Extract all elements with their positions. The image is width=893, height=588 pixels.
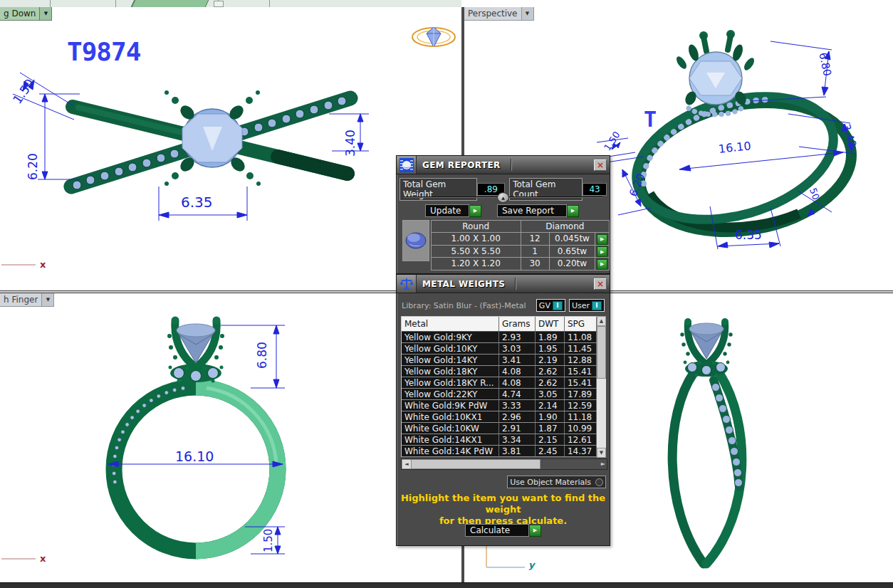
gem-row-go-button[interactable]: [597, 246, 607, 257]
ring-front-view-render: [0, 293, 461, 582]
calculate-button[interactable]: Calculate: [465, 524, 529, 537]
viewport-through-finger[interactable]: h Finger: [0, 293, 461, 582]
gv-button[interactable]: GV I: [536, 299, 565, 312]
update-button[interactable]: Update: [425, 204, 469, 217]
gem-buttons-row: Update Save Report: [425, 204, 603, 217]
title-bar-groove: [515, 278, 516, 290]
gem-size: 5.50 X 5.50: [431, 245, 521, 258]
calculate-row: Calculate: [397, 524, 610, 537]
title-bar-groove: [511, 159, 512, 171]
gem-count: 1: [521, 245, 549, 258]
use-object-materials-label: Use Object Materials: [510, 478, 591, 487]
use-object-materials-row: Use Object Materials: [401, 476, 606, 488]
viewport-title-dropdown-through-finger[interactable]: h Finger: [0, 293, 54, 307]
dim-band-width: 3.40: [343, 130, 357, 157]
gem-row-go-button[interactable]: [597, 259, 607, 270]
library-label: Library: Satin Blur - (Fast)-Metal: [402, 301, 526, 310]
metal-row[interactable]: Yellow Gold:22KY4.743.0517.89: [402, 389, 597, 400]
viewport-title-label: Perspective: [464, 7, 521, 20]
panel-collapse-handle[interactable]: [497, 192, 509, 203]
total-gem-count-value: 43: [583, 183, 607, 196]
chevron-down-icon[interactable]: [39, 7, 51, 20]
user-button-label: User: [572, 301, 590, 310]
gem-table-row[interactable]: 1.20 X 1.20 30 0.20tw: [431, 258, 609, 271]
viewport-looking-down[interactable]: g Down: [0, 7, 461, 290]
metal-table-container[interactable]: Metal Grams DWT SPG Yellow Gold:9KY2.931…: [401, 316, 597, 457]
gem-table-row[interactable]: 1.00 X 1.00 12 0.045tw: [431, 233, 609, 246]
gem-table-row[interactable]: 5.50 X 5.50 1 0.65tw: [431, 245, 609, 258]
info-icon: I: [553, 301, 563, 310]
chevron-down-icon[interactable]: [521, 7, 533, 20]
metal-weights-panel[interactable]: METAL WEIGHTS Library: Satin Blur - (Fas…: [396, 274, 610, 546]
gem-count: 30: [521, 258, 549, 271]
metal-row[interactable]: Yellow Gold:9KY2.931.8911.08: [402, 332, 597, 343]
panel-title: METAL WEIGHTS: [417, 279, 505, 289]
user-button[interactable]: User I: [569, 299, 605, 312]
scroll-right-icon[interactable]: ►: [601, 461, 605, 467]
gem-size: 1.00 X 1.00: [431, 233, 521, 246]
save-report-button[interactable]: Save Report: [497, 204, 567, 217]
shape-header: Round: [431, 221, 521, 233]
metal-row[interactable]: White Gold:10KX12.961.9011.18: [402, 411, 597, 423]
gem-row-go-button[interactable]: [597, 234, 607, 245]
use-object-materials-button[interactable]: Use Object Materials: [507, 476, 606, 488]
chevron-down-icon[interactable]: [41, 293, 53, 306]
update-go-button[interactable]: [469, 205, 481, 217]
total-gem-count-label: Total Gem Count: [509, 178, 583, 201]
horizontal-scrollbar[interactable]: ◄ ►: [401, 458, 607, 470]
total-gem-weight-label: Total Gem Weight: [400, 178, 477, 201]
close-icon[interactable]: [594, 159, 607, 171]
metal-row[interactable]: Yellow Gold:14KY3.412.1912.88: [402, 355, 597, 366]
gem-size-table[interactable]: Round Diamond 1.00 X 1.00 12 0.045tw 5.5…: [431, 220, 610, 271]
tab-separator: [50, 0, 51, 7]
dim-stone-spread: 6.35: [181, 194, 213, 211]
col-spg: SPG: [564, 317, 596, 332]
info-icon: I: [592, 301, 602, 310]
close-icon[interactable]: [594, 278, 607, 290]
dim-shank-thickness: 1.50: [262, 529, 275, 552]
cad-application-window: g Down: [0, 0, 893, 588]
metal-row[interactable]: White Gold:10KW2.911.8710.99: [402, 423, 597, 434]
vertical-scrollbar[interactable]: ▲ ▼: [597, 316, 606, 457]
calculate-go-button[interactable]: [529, 525, 541, 537]
scroll-down-icon[interactable]: ▼: [597, 448, 606, 458]
save-report-go-button[interactable]: [567, 205, 579, 217]
library-row: Library: Satin Blur - (Fast)-Metal GV I …: [402, 299, 605, 312]
cplane-x-axis-line: [1, 264, 36, 266]
metal-weights-title-bar[interactable]: METAL WEIGHTS: [397, 275, 610, 293]
tab-add-button[interactable]: [214, 1, 224, 7]
tab-separator: [269, 0, 270, 7]
active-viewport-tab[interactable]: [131, 0, 209, 7]
ring-cursor-icon: [410, 21, 457, 51]
gem-weight: 0.65tw: [549, 245, 595, 258]
viewport-title-dropdown-looking-down[interactable]: g Down: [0, 7, 52, 21]
metal-row[interactable]: Yellow Gold:10KY3.031.9511.45: [402, 343, 597, 355]
panel-title: GEM REPORTER: [417, 160, 501, 170]
metal-row[interactable]: Yellow Gold:18KY R...4.082.6215.41: [402, 377, 597, 389]
scrollbar-thumb[interactable]: [411, 459, 540, 469]
metal-weights-table[interactable]: Metal Grams DWT SPG Yellow Gold:9KY2.931…: [402, 317, 597, 457]
metal-row[interactable]: Yellow Gold:18KY4.082.6215.41: [402, 366, 597, 377]
gem-weight: 0.045tw: [549, 233, 595, 246]
scroll-up-icon[interactable]: ▲: [597, 316, 606, 326]
col-grams: Grams: [498, 317, 535, 332]
metal-row[interactable]: White Gold:14KX13.342.1512.61: [402, 434, 597, 446]
metal-weights-icon: [397, 275, 417, 293]
gem-table-header: Round Diamond: [431, 221, 609, 233]
scrollbar-thumb[interactable]: [597, 326, 606, 379]
viewport-title-dropdown-perspective[interactable]: Perspective: [464, 7, 534, 21]
metal-row[interactable]: White Gold:14K PdW3.812.4514.37: [402, 446, 597, 457]
dim-shoulder-height: 6.20: [26, 153, 40, 180]
gem-reporter-title-bar[interactable]: GEM REPORTER: [397, 156, 610, 174]
gem-reporter-panel[interactable]: GEM REPORTER Total Gem Weight .89 Total …: [396, 155, 610, 274]
cplane-x-axis-line: [1, 558, 36, 560]
radio-circle-icon[interactable]: [595, 478, 603, 486]
y-axis-label: y: [528, 560, 534, 570]
gv-button-label: GV: [539, 301, 550, 310]
tab-separator: [115, 0, 116, 7]
calculate-hint-text: Highlight the item you want to find the …: [398, 493, 608, 527]
metal-row[interactable]: White Gold:9K PdW3.332.1412.59: [402, 400, 597, 411]
scroll-left-icon[interactable]: ◄: [402, 459, 412, 469]
col-metal: Metal: [402, 317, 498, 332]
model-number-title: T9874: [67, 37, 140, 66]
